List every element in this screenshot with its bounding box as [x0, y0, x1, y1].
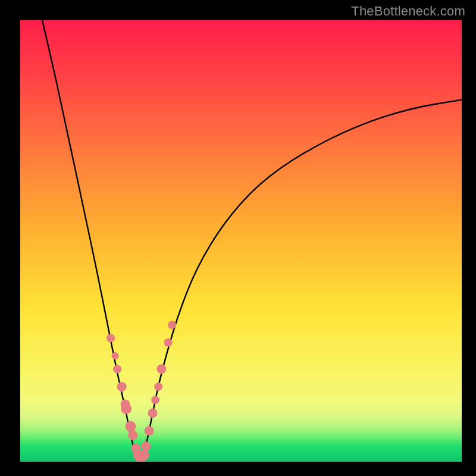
data-point	[154, 383, 162, 391]
data-point	[112, 352, 119, 359]
data-point	[139, 450, 149, 461]
data-point	[142, 441, 151, 451]
data-point	[126, 421, 136, 432]
watermark-text: TheBottleneck.com	[351, 4, 465, 19]
data-point	[148, 408, 158, 418]
data-point	[117, 382, 127, 392]
data-point	[113, 365, 121, 373]
data-point	[168, 321, 176, 329]
curve-overlay	[20, 20, 462, 462]
data-point	[121, 403, 131, 414]
chart-container: TheBottleneck.com	[0, 0, 476, 476]
bottleneck-curve	[42, 20, 462, 459]
data-markers	[107, 321, 176, 462]
data-point	[107, 334, 115, 342]
data-point	[145, 426, 154, 436]
data-point	[156, 364, 166, 374]
plot-area	[20, 20, 462, 462]
data-point	[128, 431, 137, 440]
data-point	[151, 396, 159, 404]
data-point	[164, 339, 173, 347]
